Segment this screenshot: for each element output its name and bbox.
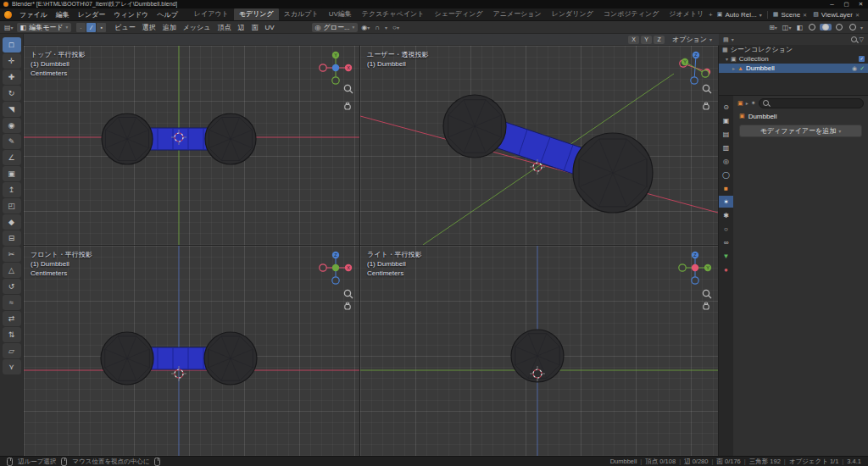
dumbbell-weight[interactable]	[205, 114, 256, 164]
workspace-tab[interactable]: レンダリング	[547, 8, 598, 20]
navigation-gizmo[interactable]: ZXY	[680, 52, 710, 84]
viewport-top-canvas[interactable]: YX	[24, 46, 359, 245]
workspace-tab[interactable]: モデリング	[234, 8, 279, 20]
view-layer-properties-tab-icon[interactable]: ▥	[719, 141, 733, 153]
particles-properties-tab-icon[interactable]: ✱	[719, 209, 733, 221]
pan-hand-icon[interactable]	[704, 102, 709, 109]
viewlayer-selector[interactable]: ViewLayer	[821, 11, 853, 19]
xray-toggle-icon[interactable]: ◧	[794, 24, 804, 31]
zoom-icon[interactable]	[344, 290, 353, 298]
workspace-tab[interactable]: スカルプト	[279, 8, 324, 20]
loop-cut-tool[interactable]: ⊟	[3, 230, 21, 246]
scene-selector[interactable]: Scene	[781, 11, 800, 19]
move-tool[interactable]: ✚	[3, 69, 21, 85]
extrude-region-tool[interactable]: ↥	[3, 182, 21, 197]
tool-properties-tab-icon[interactable]: ⊙	[719, 101, 733, 113]
properties-search-input[interactable]	[771, 99, 860, 107]
show-gizmo-icon[interactable]: ⊞▾	[767, 24, 779, 31]
pan-hand-icon[interactable]	[704, 302, 709, 309]
shear-tool[interactable]: ▱	[3, 343, 21, 358]
rotate-tool[interactable]: ↻	[3, 86, 21, 101]
annotate-tool[interactable]: ✎	[3, 134, 21, 149]
smooth-tool[interactable]: ≈	[3, 295, 21, 310]
workspace-tab[interactable]: シェーディング	[429, 8, 487, 20]
z-axis-gizmo-ball[interactable]	[332, 277, 339, 284]
spin-tool[interactable]: ↺	[3, 279, 21, 294]
search-icon[interactable]	[851, 36, 857, 42]
workspace-tab[interactable]: アニメーション	[488, 8, 547, 20]
app-menu-item[interactable]: ヘルプ	[153, 8, 182, 21]
render-properties-tab-icon[interactable]: ▣	[719, 114, 733, 126]
x-axis-gizmo-ball[interactable]	[692, 264, 698, 271]
dumbbell-weight[interactable]	[102, 114, 153, 164]
viewport-menu-item[interactable]: メッシュ	[180, 23, 214, 32]
y-axis-gizmo-ball[interactable]	[679, 264, 686, 271]
viewport-menu-item[interactable]: 面	[248, 23, 261, 32]
hide-eye-icon[interactable]: ◉	[852, 65, 857, 72]
knife-tool[interactable]: ✂	[3, 247, 21, 262]
viewport-right[interactable]: ZY ライト・平行投影 (1) Dumbbell Centimeters	[360, 246, 718, 456]
viewport-right-canvas[interactable]: ZY	[360, 246, 718, 456]
outliner-row-collection[interactable]: ▾ ▣ Collection ✓	[719, 54, 868, 64]
viewport-front[interactable]: ZX フロント・平行投影 (1) Dumbbell Centimeters	[24, 246, 359, 456]
rip-region-tool[interactable]: ⋎	[3, 359, 21, 374]
pan-hand-icon[interactable]	[345, 102, 350, 109]
solid-shading-icon[interactable]	[820, 24, 832, 31]
proportional-editing-icon[interactable]: ○▾	[391, 24, 401, 31]
show-overlays-icon[interactable]: ◫▾	[781, 24, 793, 31]
viewport-menu-item[interactable]: UV	[261, 24, 277, 31]
viewport-menu-item[interactable]: 選択	[139, 23, 159, 32]
poly-build-tool[interactable]: △	[3, 263, 21, 278]
auto-save-label[interactable]: Auto Rel...	[725, 11, 756, 19]
mirror-axis-toggle[interactable]: X	[628, 36, 639, 44]
modifiers-properties-tab-icon[interactable]: ✶	[719, 196, 733, 208]
viewport-menu-item[interactable]: 頂点	[214, 23, 234, 32]
workspace-tab[interactable]: コンポジティング	[598, 8, 665, 20]
close-button[interactable]: ✕	[854, 0, 868, 8]
dumbbell-weight[interactable]	[101, 332, 153, 385]
shading-dropdown-icon[interactable]: ▾	[860, 25, 863, 31]
snap-magnet-icon[interactable]: ∩	[373, 24, 381, 31]
material-properties-tab-icon[interactable]: ●	[719, 264, 733, 275]
workspace-tab[interactable]: レイアウト	[189, 8, 234, 20]
disclosure-triangle-icon[interactable]: ▾	[726, 56, 728, 62]
inset-faces-tool[interactable]: ◰	[3, 198, 21, 214]
app-menu-item[interactable]: ファイル	[15, 8, 52, 21]
viewport-front-canvas[interactable]: ZX	[24, 246, 359, 456]
options-dropdown[interactable]: オプション ▾	[672, 35, 712, 44]
navigation-gizmo[interactable]: ZX	[320, 252, 352, 284]
y-axis-gizmo-ball[interactable]	[332, 77, 339, 84]
viewport-menu-item[interactable]: 追加	[159, 23, 180, 32]
y-axis-gizmo-ball[interactable]	[702, 70, 709, 77]
editor-type-icon[interactable]: ▤▾	[0, 24, 15, 31]
add-modifier-button[interactable]: モディファイアーを追加 ▾	[739, 125, 862, 137]
blender-app-icon[interactable]	[4, 11, 12, 19]
object-data-properties-tab-icon[interactable]: ▼	[719, 250, 733, 262]
outliner-row-scene-collection[interactable]: ▦ シーンコレクション	[719, 45, 868, 54]
transform-tool[interactable]: ◉	[3, 118, 21, 133]
disclosure-triangle-icon[interactable]: ▸	[732, 65, 735, 71]
filter-icon[interactable]: ▽	[860, 36, 864, 43]
measure-tool[interactable]: ∠	[3, 150, 21, 165]
edge-select-icon[interactable]: ∕	[86, 23, 96, 32]
bevel-tool[interactable]: ◆	[3, 214, 21, 230]
pan-hand-icon[interactable]	[345, 302, 350, 309]
output-properties-tab-icon[interactable]: ▤	[719, 128, 733, 140]
render-visibility-icon[interactable]: ✓	[860, 65, 865, 72]
mode-dropdown[interactable]: ◧ 編集モード ▾	[17, 23, 72, 32]
physics-properties-tab-icon[interactable]: ○	[719, 223, 733, 235]
dumbbell-weight[interactable]	[573, 133, 653, 213]
workspace-tab[interactable]: テクスチャペイント	[357, 8, 430, 20]
workspace-tab[interactable]: UV編集	[324, 8, 357, 20]
zoom-icon[interactable]	[703, 85, 711, 93]
zoom-icon[interactable]	[344, 85, 353, 93]
app-menu-item[interactable]: 編集	[52, 8, 74, 21]
outliner-row-dumbbell[interactable]: ▸ ▲ Dumbbell ◉ ✓	[719, 64, 868, 73]
outliner-editor-icon[interactable]: ▤	[723, 36, 729, 43]
select-box-tool[interactable]: □	[3, 37, 21, 53]
z-axis-gizmo-ball[interactable]	[691, 77, 698, 84]
z-axis-gizmo-ball[interactable]	[692, 277, 698, 284]
workspace-tab[interactable]: ジオメトリノード	[664, 8, 704, 20]
viewport-menu-item[interactable]: ビュー	[111, 23, 138, 32]
z-axis-gizmo-ball[interactable]	[332, 64, 339, 71]
